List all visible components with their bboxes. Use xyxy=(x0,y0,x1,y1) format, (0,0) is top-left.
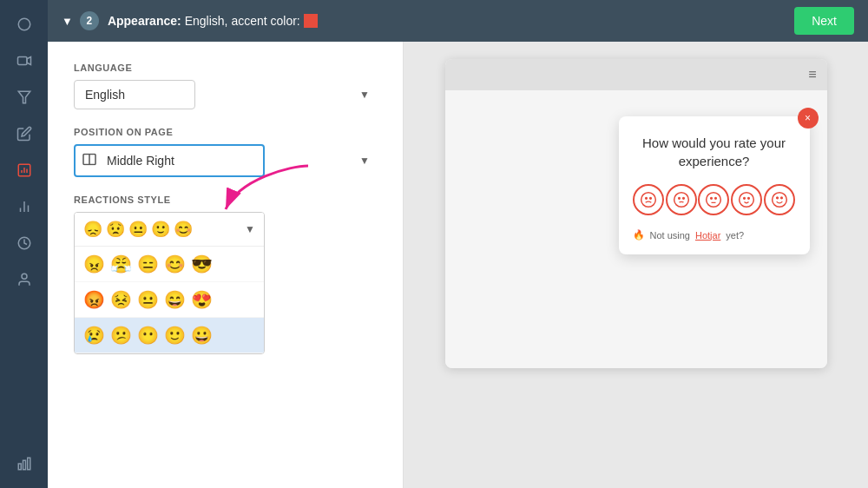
language-select-wrap: English ▼ xyxy=(74,80,377,109)
browser-menu-icon: ≡ xyxy=(808,67,816,82)
svg-point-0 xyxy=(18,18,30,30)
section-subtitle: English, accent color: xyxy=(185,14,300,28)
svg-point-25 xyxy=(707,193,721,208)
svg-point-22 xyxy=(674,193,689,208)
svg-point-19 xyxy=(641,193,656,208)
svg-point-30 xyxy=(744,198,746,200)
face-5[interactable] xyxy=(764,184,795,215)
reactions-style-dropdown[interactable]: 😞 😟 😐 🙂 😊 ▼ 😠 😤 😑 😊 xyxy=(74,212,265,354)
footer-text: Not using xyxy=(650,230,690,241)
svg-point-29 xyxy=(740,193,754,208)
next-button[interactable]: Next xyxy=(794,7,854,35)
svg-point-34 xyxy=(780,197,782,199)
reactions-label: REACTIONS STYLE xyxy=(74,195,171,205)
language-label: LANGUAGE xyxy=(74,63,377,73)
survey-question: How would you rate your experience? xyxy=(633,134,796,170)
reactions-dropdown-icon: ▼ xyxy=(245,223,255,235)
sidebar-item-poll[interactable] xyxy=(9,155,40,186)
face-4[interactable] xyxy=(731,184,762,215)
emoji-option-row-2[interactable]: 😡 😣 😐 😄 😍 xyxy=(75,282,264,318)
position-select[interactable]: Middle Right Top Left Top Right Middle L… xyxy=(74,144,265,177)
right-panel: ≡ × How would you rate your experience? xyxy=(404,42,868,488)
svg-point-20 xyxy=(646,198,648,200)
content-area: LANGUAGE English ▼ POSITION ON PAGE Midd… xyxy=(48,42,868,488)
emoji-option-row-3[interactable]: 😢 😕 😶 🙂 😀 xyxy=(75,318,264,353)
section-title: Appearance: xyxy=(108,14,181,28)
emoji-option-row-1[interactable]: 😠 😤 😑 😊 😎 xyxy=(75,247,264,282)
svg-point-31 xyxy=(748,198,750,200)
sidebar-item-video[interactable] xyxy=(9,45,40,76)
svg-point-32 xyxy=(772,193,786,208)
svg-point-24 xyxy=(683,198,685,200)
sidebar-item-edit[interactable] xyxy=(9,118,40,149)
selected-emoji-row: 😞 😟 😐 🙂 😊 xyxy=(83,220,193,239)
sidebar-item-cursor[interactable] xyxy=(9,9,40,40)
survey-close-button[interactable]: × xyxy=(798,108,819,129)
face-3[interactable] xyxy=(698,184,729,215)
svg-point-23 xyxy=(679,198,681,200)
svg-rect-1 xyxy=(17,57,27,65)
left-panel: LANGUAGE English ▼ POSITION ON PAGE Midd… xyxy=(48,42,404,488)
face-1[interactable] xyxy=(633,184,664,215)
fire-icon: 🔥 xyxy=(633,229,645,241)
svg-marker-3 xyxy=(18,91,30,103)
svg-point-26 xyxy=(711,198,713,200)
accent-color-swatch[interactable] xyxy=(304,14,318,28)
browser-bar: ≡ xyxy=(445,59,827,90)
position-chevron-icon: ▼ xyxy=(359,155,370,167)
hotjar-link[interactable]: Hotjar xyxy=(695,230,720,241)
position-label: POSITION ON PAGE xyxy=(74,127,377,137)
section-header: ▼ 2 Appearance: English, accent color: N… xyxy=(48,0,868,42)
svg-rect-15 xyxy=(27,458,30,470)
language-chevron-icon: ▼ xyxy=(359,89,370,101)
survey-faces xyxy=(633,184,796,215)
sidebar xyxy=(0,0,48,488)
sidebar-item-funnel[interactable] xyxy=(9,82,40,113)
browser-preview: ≡ × How would you rate your experience? xyxy=(445,59,827,368)
face-2[interactable] xyxy=(666,184,697,215)
browser-content: × How would you rate your experience? xyxy=(445,90,827,368)
svg-point-27 xyxy=(715,198,717,200)
collapse-chevron[interactable]: ▼ xyxy=(62,15,73,28)
sidebar-item-chart[interactable] xyxy=(9,191,40,222)
footer-suffix: yet? xyxy=(726,230,744,241)
svg-rect-13 xyxy=(18,464,21,470)
survey-widget: × How would you rate your experience? xyxy=(619,116,810,254)
svg-marker-2 xyxy=(27,57,31,65)
svg-point-12 xyxy=(22,274,27,279)
sidebar-item-analytics[interactable] xyxy=(9,448,40,479)
sidebar-item-clock[interactable] xyxy=(9,228,40,259)
language-select[interactable]: English xyxy=(74,80,195,109)
main-content: ▼ 2 Appearance: English, accent color: N… xyxy=(48,0,868,488)
position-select-wrap: Middle Right Top Left Top Right Middle L… xyxy=(74,144,377,177)
svg-rect-14 xyxy=(23,460,25,470)
svg-point-33 xyxy=(776,197,778,199)
step-number: 2 xyxy=(80,11,99,30)
reactions-header: REACTIONS STYLE xyxy=(74,195,377,205)
svg-point-21 xyxy=(650,198,652,200)
survey-footer: 🔥 Not using Hotjar yet? xyxy=(633,229,796,241)
sidebar-item-person[interactable] xyxy=(9,264,40,295)
reactions-main-row[interactable]: 😞 😟 😐 🙂 😊 ▼ xyxy=(75,213,264,247)
